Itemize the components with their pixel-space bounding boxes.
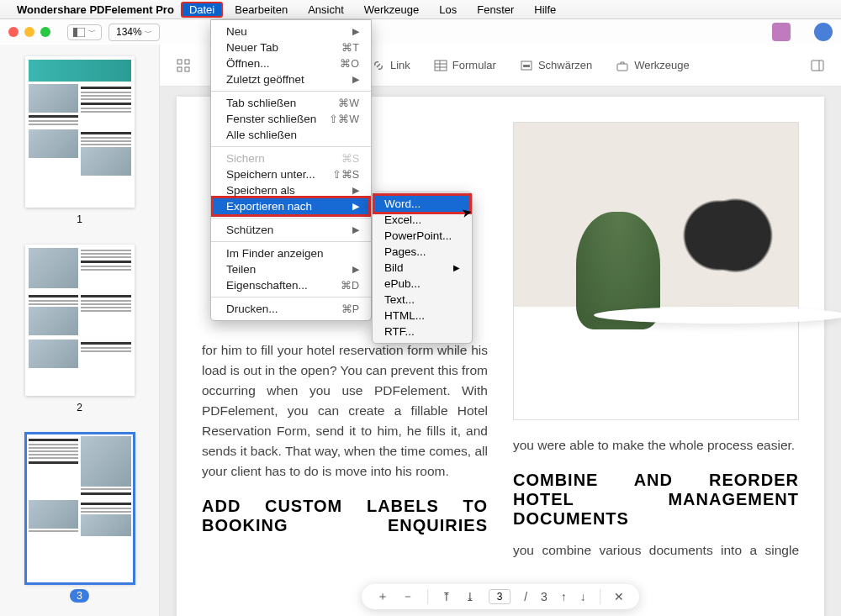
sm-item-epub-[interactable]: ePub...	[373, 276, 472, 292]
toolbox-icon	[616, 59, 629, 72]
dd-item-neu[interactable]: Neu▶	[211, 24, 371, 39]
sm-item-text-[interactable]: Text...	[373, 292, 472, 308]
menu-ansicht[interactable]: Ansicht	[299, 2, 352, 18]
menu-bearbeiten[interactable]: Bearbeiten	[226, 2, 296, 18]
col1-heading: ADD CUSTOM LABELS TO BOOKING ENQUIRIES	[202, 497, 488, 535]
werkzeuge-button[interactable]: Werkzeuge	[616, 59, 690, 72]
window-titlebar: ﹀ 134% ﹀	[0, 19, 841, 45]
zoom-value: 134%	[116, 26, 142, 38]
thumbnail-sidebar: 1 2 3	[0, 45, 160, 616]
svg-rect-8	[435, 61, 447, 71]
page-thumb-2[interactable]: 2	[25, 245, 135, 414]
redact-icon	[520, 59, 533, 72]
next-page-button[interactable]: ↓	[580, 590, 586, 603]
page-nav-bar: ＋ － ⤒ ⤓ / 3 ↑ ↓ ✕	[362, 584, 639, 609]
mac-menubar: Wondershare PDFelement Pro Datei Bearbei…	[0, 0, 841, 19]
page-thumb-3[interactable]: 3	[25, 433, 135, 603]
dd-item-alle-schlie-en[interactable]: Alle schließen	[211, 127, 371, 143]
formular-label: Formular	[452, 59, 496, 71]
link-label: Link	[390, 59, 410, 71]
dd-item-eigenschaften-[interactable]: Eigenschaften...⌘D	[211, 277, 371, 293]
svg-rect-5	[185, 67, 189, 71]
dd-item-teilen[interactable]: Teilen▶	[211, 261, 371, 277]
dd-item-fenster-schlie-en[interactable]: Fenster schließen⇧⌘W	[211, 111, 371, 127]
menu-datei[interactable]: Datei	[181, 2, 223, 18]
col2-heading: COMBINE AND REORDER HOTEL MANAGEMENT DOC…	[513, 471, 799, 529]
minimize-icon[interactable]	[24, 27, 34, 37]
sm-item-html-[interactable]: HTML...	[373, 308, 472, 324]
zoom-dropdown[interactable]: 134% ﹀	[108, 24, 160, 41]
schwaerzen-button[interactable]: Schwärzen	[520, 59, 592, 72]
dd-item-exportieren-nach[interactable]: Exportieren nach▶	[211, 196, 371, 217]
svg-rect-13	[523, 65, 530, 67]
dd-item--ffnen-[interactable]: Öffnen...⌘O	[211, 55, 371, 71]
page-total: 3	[541, 590, 547, 603]
page-thumb-1[interactable]: 1	[25, 56, 135, 226]
link-button[interactable]: Link	[372, 59, 410, 72]
dd-item-speichern-unter-[interactable]: Speichern unter...⇧⌘S	[211, 166, 371, 182]
app-name: Wondershare PDFelement Pro	[17, 3, 174, 16]
col1-text: for him to fill your hotel reservation f…	[202, 340, 488, 482]
sm-item-bild[interactable]: Bild▶	[373, 260, 472, 276]
dd-item-zuletzt-ge-ffnet[interactable]: Zuletzt geöffnet▶	[211, 71, 371, 87]
zoom-out-button[interactable]: －	[402, 589, 414, 604]
user-avatar-icon[interactable]	[814, 23, 833, 41]
col2-text2: you combine various documents into a sin…	[513, 540, 799, 561]
hero-image	[513, 122, 799, 420]
dd-item-drucken-[interactable]: Drucken...⌘P	[211, 301, 371, 317]
svg-rect-2	[177, 60, 182, 64]
page-num-2: 2	[70, 401, 89, 414]
dd-item-neuer-tab[interactable]: Neuer Tab⌘T	[211, 39, 371, 55]
sm-item-pages-[interactable]: Pages...	[373, 244, 472, 260]
svg-rect-14	[617, 64, 627, 71]
export-submenu: Word...Excel...PowerPoint...Pages...Bild…	[372, 192, 473, 344]
sm-item-excel-[interactable]: Excel...	[373, 212, 472, 228]
sm-item-powerpoint-[interactable]: PowerPoint...	[373, 228, 472, 244]
last-page-button[interactable]: ⤓	[465, 590, 475, 603]
datei-dropdown: Neu▶Neuer Tab⌘TÖffnen...⌘OZuletzt geöffn…	[210, 19, 372, 321]
page-sep: /	[524, 590, 527, 603]
zoom-in-button[interactable]: ＋	[377, 589, 389, 604]
first-page-button[interactable]: ⤒	[442, 590, 452, 603]
svg-rect-4	[177, 67, 182, 71]
close-icon[interactable]	[8, 27, 19, 37]
dd-item-sch-tzen[interactable]: Schützen▶	[211, 222, 371, 238]
dd-item-tab-schlie-en[interactable]: Tab schließen⌘W	[211, 95, 371, 111]
close-bar-button[interactable]: ✕	[614, 590, 624, 603]
svg-rect-1	[73, 28, 77, 37]
formular-button[interactable]: Formular	[434, 59, 496, 72]
menu-werkzeuge[interactable]: Werkzeuge	[356, 2, 428, 18]
menu-hilfe[interactable]: Hilfe	[526, 2, 564, 18]
sidebar-icon	[73, 28, 85, 37]
dd-item-im-finder-anzeigen[interactable]: Im Finder anzeigen	[211, 245, 371, 261]
menu-los[interactable]: Los	[431, 2, 465, 18]
layout-toggle[interactable]: ﹀	[67, 24, 102, 40]
link-icon	[372, 59, 385, 72]
form-icon	[434, 59, 447, 72]
schwaerzen-label: Schwärzen	[538, 59, 592, 71]
menu-fenster[interactable]: Fenster	[468, 2, 522, 18]
sm-item-rtf-[interactable]: RTF...	[373, 324, 472, 340]
zoom-icon[interactable]	[40, 27, 50, 37]
page-num-1: 1	[70, 213, 89, 226]
werkzeuge-label: Werkzeuge	[634, 59, 690, 71]
page-input[interactable]	[489, 589, 510, 604]
dd-item-sichern: Sichern⌘S	[211, 150, 371, 166]
grid-button[interactable]	[177, 59, 190, 72]
traffic-lights	[8, 27, 50, 37]
svg-rect-3	[185, 60, 189, 64]
page-num-3: 3	[70, 589, 89, 603]
svg-rect-15	[812, 61, 823, 71]
col2-text: you were able to make the whole process …	[513, 435, 799, 455]
prev-page-button[interactable]: ↑	[561, 590, 567, 603]
app-tile-icon[interactable]	[772, 23, 791, 41]
panel-toggle[interactable]	[811, 60, 824, 71]
